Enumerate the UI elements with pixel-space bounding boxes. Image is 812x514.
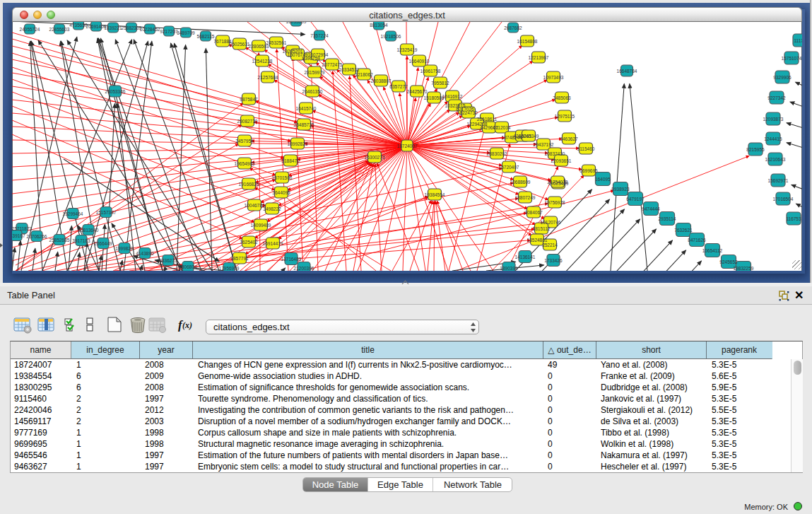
svg-text:9245652: 9245652	[719, 259, 738, 264]
svg-text:9227342: 9227342	[767, 95, 786, 100]
svg-text:28082730: 28082730	[237, 119, 258, 124]
svg-text:1839221: 1839221	[104, 25, 122, 30]
svg-text:8224730: 8224730	[459, 110, 478, 115]
svg-text:26618611: 26618611	[477, 117, 498, 122]
svg-text:9115460: 9115460	[577, 146, 595, 151]
svg-text:9463627: 9463627	[560, 136, 578, 141]
svg-text:1733426: 1733426	[544, 258, 563, 263]
svg-text:25711873: 25711873	[12, 226, 33, 231]
svg-text:2687682: 2687682	[504, 25, 522, 30]
svg-text:12975115: 12975115	[555, 114, 575, 119]
svg-text:9857791: 9857791	[230, 256, 249, 261]
svg-text:116753: 116753	[786, 216, 801, 221]
svg-text:164095: 164095	[595, 177, 611, 182]
svg-text:15692971: 15692971	[768, 178, 789, 183]
svg-text:8806804: 8806804	[179, 264, 197, 269]
svg-text:29437192: 29437192	[534, 142, 554, 147]
svg-text:25485735: 25485735	[294, 122, 314, 127]
svg-text:14136141: 14136141	[515, 255, 536, 259]
svg-text:2935114: 2935114	[659, 216, 676, 221]
svg-text:5188470: 5188470	[281, 158, 300, 163]
svg-text:8215955: 8215955	[746, 147, 765, 152]
svg-text:22093651: 22093651	[551, 158, 572, 163]
svg-text:(x): (x)	[182, 320, 192, 330]
svg-text:16210643: 16210643	[765, 157, 786, 162]
svg-text:2457954: 2457954	[235, 139, 254, 144]
svg-text:4112034: 4112034	[493, 125, 511, 130]
svg-text:19299464: 19299464	[63, 211, 83, 216]
svg-text:7955812: 7955812	[431, 81, 449, 86]
svg-text:21257684: 21257684	[258, 75, 278, 80]
svg-text:8471626: 8471626	[688, 238, 706, 243]
svg-text:3498222: 3498222	[263, 206, 281, 211]
svg-text:18807249: 18807249	[515, 195, 536, 200]
svg-text:13701506: 13701506	[272, 175, 293, 180]
svg-text:12325419: 12325419	[397, 47, 418, 52]
svg-text:11172: 11172	[794, 38, 806, 43]
svg-text:7357224: 7357224	[310, 33, 329, 38]
svg-text:19218506: 19218506	[381, 34, 401, 39]
svg-text:19166825: 19166825	[239, 182, 259, 187]
svg-text:20813640: 20813640	[78, 228, 99, 233]
svg-text:25852685: 25852685	[49, 238, 70, 243]
svg-text:24425670: 24425670	[407, 89, 428, 94]
svg-text:15180586: 15180586	[424, 95, 445, 100]
svg-text:10046786: 10046786	[245, 203, 265, 208]
svg-text:16640910: 16640910	[409, 59, 430, 64]
svg-text:6479197: 6479197	[626, 197, 645, 201]
svg-text:18724007: 18724007	[397, 144, 418, 148]
svg-text:4439167: 4439167	[7, 233, 25, 238]
svg-text:8938923: 8938923	[611, 187, 630, 192]
svg-text:10688609: 10688609	[510, 180, 531, 185]
svg-text:28159979: 28159979	[305, 70, 325, 75]
svg-text:20772475: 20772475	[322, 62, 343, 67]
svg-text:17016504: 17016504	[773, 197, 794, 201]
svg-text:13716485: 13716485	[281, 257, 302, 262]
svg-text:1218062: 1218062	[355, 72, 373, 77]
svg-text:6357277: 6357277	[389, 84, 408, 89]
svg-text:12416912: 12416912	[442, 94, 463, 99]
svg-text:9875847: 9875847	[240, 97, 258, 102]
svg-text:10120746: 10120746	[541, 220, 561, 225]
svg-text:15157347: 15157347	[96, 210, 117, 215]
svg-text:17956909: 17956909	[219, 266, 240, 271]
svg-text:3644095: 3644095	[272, 190, 290, 195]
svg-text:9329906: 9329906	[773, 75, 792, 80]
svg-text:16072954: 16072954	[308, 52, 329, 57]
svg-text:10334531: 10334531	[339, 67, 360, 72]
svg-text:21754078: 21754078	[548, 180, 568, 185]
svg-text:19654985: 19654985	[235, 161, 255, 166]
svg-text:13045349: 13045349	[519, 134, 539, 139]
svg-text:10654112: 10654112	[702, 248, 723, 253]
svg-text:22455603: 22455603	[49, 27, 70, 32]
svg-text:14099489: 14099489	[251, 223, 271, 228]
svg-text:15751074: 15751074	[782, 56, 802, 61]
svg-text:7625402: 7625402	[240, 240, 258, 245]
svg-text:9084067: 9084067	[524, 210, 543, 215]
svg-text:16154808: 16154808	[517, 39, 538, 44]
svg-text:16648784: 16648784	[617, 69, 637, 74]
svg-text:8813054: 8813054	[370, 23, 388, 28]
svg-text:16961758: 16961758	[420, 69, 441, 74]
svg-text:28830202: 28830202	[487, 151, 507, 156]
svg-text:12213967: 12213967	[529, 55, 549, 60]
svg-text:15720407: 15720407	[499, 165, 519, 170]
svg-text:19832259: 19832259	[734, 266, 754, 271]
svg-text:18992829: 18992829	[288, 141, 308, 146]
svg-text:7632621: 7632621	[674, 228, 693, 233]
svg-text:252214: 252214	[542, 243, 558, 247]
svg-text:10228452: 10228452	[140, 27, 160, 32]
svg-text:16914479: 16914479	[263, 241, 283, 246]
svg-text:4735650: 4735650	[69, 23, 88, 28]
svg-text:0699695: 0699695	[579, 168, 598, 173]
svg-text:10837430: 10837430	[545, 151, 565, 156]
svg-text:12093873: 12093873	[763, 117, 784, 122]
svg-text:26461350: 26461350	[302, 89, 323, 94]
svg-text:25882305: 25882305	[122, 25, 142, 30]
svg-text:9474444: 9474444	[642, 206, 660, 211]
svg-text:23706266: 23706266	[27, 234, 47, 239]
svg-text:10973493: 10973493	[543, 75, 564, 80]
svg-text:1815112: 1815112	[533, 226, 551, 231]
svg-text:1244415: 1244415	[764, 136, 782, 141]
svg-text:8489709: 8489709	[177, 30, 195, 35]
